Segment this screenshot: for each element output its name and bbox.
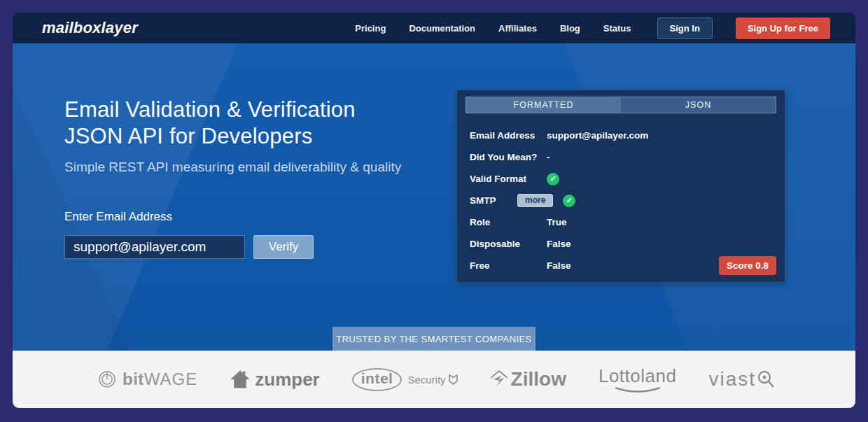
page-title-line2: JSON API for Developers	[64, 123, 428, 150]
row-value: -	[547, 152, 550, 162]
logo-zumper: zumper	[230, 369, 319, 391]
logo-viasto: viast	[708, 368, 775, 391]
intel-security-text: Security	[407, 374, 445, 386]
viasto-magnifier-o-icon	[757, 369, 775, 390]
verify-button[interactable]: Verify	[253, 235, 314, 259]
row-value: False	[547, 239, 571, 249]
logo-zillow: Zillow	[490, 368, 566, 391]
nav-link-affiliates[interactable]: Affiliates	[498, 23, 537, 34]
row-value: support@apilayer.com	[547, 130, 648, 141]
bitwage-wordmark: bitWAGE	[122, 370, 197, 389]
nav-link-documentation[interactable]: Documentation	[409, 23, 475, 34]
nav-link-blog[interactable]: Blog	[560, 23, 580, 34]
row-label: Role	[470, 217, 547, 227]
nav-link-pricing[interactable]: Pricing	[355, 23, 386, 34]
row-label: SMTP	[470, 195, 517, 206]
row-value: False	[547, 260, 571, 271]
row-label: Free	[470, 260, 547, 271]
zumper-wordmark: zumper	[255, 369, 319, 391]
browser-frame: mailboxlayer Pricing Documentation Affil…	[0, 0, 868, 422]
nav-link-status[interactable]: Status	[603, 23, 631, 34]
page: mailboxlayer Pricing Documentation Affil…	[13, 13, 855, 408]
company-logo-strip: bitWAGE zumper intel Security	[13, 351, 855, 408]
logo-bitwage: bitWAGE	[97, 369, 197, 390]
row-role: Role True	[470, 211, 776, 233]
row-disposable: Disposable False	[470, 233, 776, 255]
zillow-house-icon	[490, 370, 508, 389]
page-subtitle: Simple REST API measuring email delivera…	[64, 160, 428, 175]
bitwage-text-bold: bit	[122, 370, 144, 388]
validation-result-card: FORMATTED JSON Email Address support@api…	[456, 90, 785, 283]
sign-up-button[interactable]: Sign Up for Free	[736, 17, 830, 39]
row-label: Valid Format	[470, 174, 547, 184]
bitwage-text-light: WAGE	[144, 370, 197, 388]
navbar: mailboxlayer Pricing Documentation Affil…	[13, 13, 855, 43]
result-tabs: FORMATTED JSON	[465, 97, 776, 113]
hero-section: Email Validation & Verification JSON API…	[13, 43, 855, 351]
zillow-wordmark: Zillow	[511, 368, 566, 391]
email-input-label: Enter Email Address	[64, 210, 428, 224]
row-did-you-mean: Did You Mean? -	[470, 146, 776, 168]
mailboxlayer-logo[interactable]: mailboxlayer	[42, 19, 138, 37]
check-icon	[547, 173, 559, 185]
intel-oval-wordmark: intel	[352, 368, 402, 391]
smtp-more-button[interactable]: more	[517, 194, 553, 207]
trusted-banner: TRUSTED BY THE SMARTEST COMPANIES	[332, 327, 536, 351]
row-email-address: Email Address support@apilayer.com	[470, 125, 776, 146]
email-form: Verify	[64, 235, 428, 259]
row-valid-format: Valid Format	[470, 168, 776, 190]
tab-formatted[interactable]: FORMATTED	[466, 97, 621, 113]
zumper-house-icon	[230, 370, 251, 389]
row-label: Disposable	[470, 239, 547, 249]
logo-lottoland: Lottoland	[598, 365, 676, 394]
row-label: Did You Mean?	[470, 152, 547, 162]
page-title: Email Validation & Verification JSON API…	[64, 97, 428, 150]
row-smtp: SMTP more	[470, 190, 776, 211]
lottoland-wordmark: Lottoland	[598, 365, 676, 387]
score-badge: Score 0.8	[719, 256, 776, 275]
mcafee-shield-icon	[449, 374, 458, 385]
tab-json[interactable]: JSON	[621, 97, 776, 113]
nav-menu: Pricing Documentation Affiliates Blog St…	[355, 17, 830, 39]
page-title-line1: Email Validation & Verification	[64, 97, 428, 123]
hero-copy: Email Validation & Verification JSON API…	[64, 97, 428, 259]
row-label: Email Address	[470, 130, 547, 141]
logo-intel-security: intel Security	[352, 368, 458, 391]
sign-in-button[interactable]: Sign In	[657, 17, 713, 39]
check-icon	[563, 195, 575, 207]
row-value: True	[547, 217, 567, 227]
lottoland-smile-icon	[612, 387, 663, 394]
bitwage-spiral-icon	[97, 369, 118, 390]
result-rows: Email Address support@apilayer.com Did Y…	[465, 125, 776, 276]
email-input[interactable]	[64, 235, 245, 259]
viasto-wordmark: viast	[708, 368, 756, 391]
